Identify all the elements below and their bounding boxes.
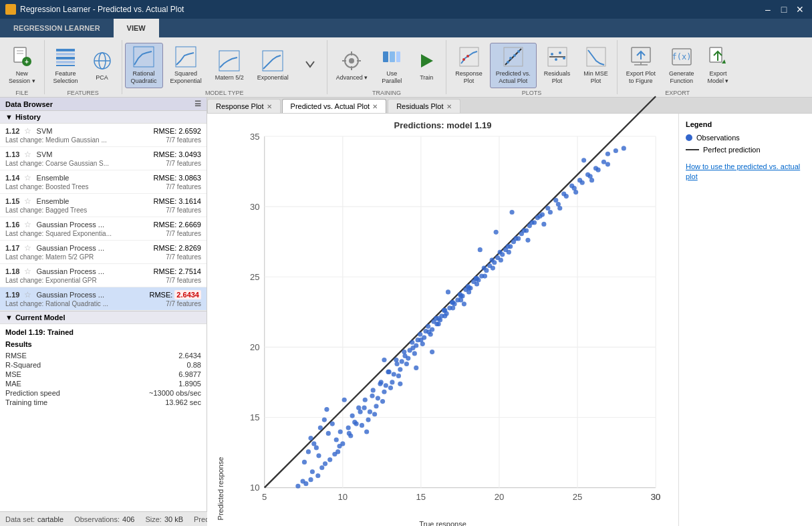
item-id: 1.18 [5,267,19,275]
advanced-button[interactable]: Advanced ▾ [330,43,374,88]
star-icon[interactable]: ☆ [24,220,31,229]
close-residuals-tab[interactable]: ✕ [446,103,452,110]
history-item-1.17[interactable]: 1.17 ☆ Gaussian Process ... RMSE: 2.8269… [0,241,207,264]
svg-point-155 [442,308,447,313]
star-icon[interactable]: ☆ [24,196,31,206]
item-type: Gaussian Process ... [37,221,105,229]
file-section-label: FILE [3,88,41,98]
svg-point-202 [478,247,483,252]
history-item-1.14[interactable]: 1.14 ☆ Ensemble RMSE: 3.0863 Last change… [0,170,207,194]
history-collapse-icon[interactable]: ▼ [5,113,13,121]
residuals-plot-button[interactable]: ResidualsPlot [538,43,577,88]
content-area: Response Plot ✕ Predicted vs. Actual Plo… [207,98,812,511]
history-item-1.19[interactable]: 1.19 ☆ Gaussian Process ... RMSE: 2.6434… [0,287,207,311]
squared-exponential-icon [175,46,196,68]
history-item-1.13[interactable]: 1.13 ☆ SVM RMSE: 3.0493 Last change: Coa… [0,147,207,170]
svg-point-33 [509,57,512,59]
close-predicted-actual-tab[interactable]: ✕ [372,103,378,110]
close-button[interactable]: ✕ [793,3,807,16]
svg-point-249 [605,162,610,166]
history-item-1.16[interactable]: 1.16 ☆ Gaussian Process ... RMSE: 2.6669… [0,217,207,241]
svg-point-113 [398,367,402,372]
dropdown-arrow-icon [299,53,321,75]
exponential-button[interactable]: Exponential [251,43,295,88]
svg-point-41 [563,57,565,59]
svg-point-206 [605,152,610,156]
svg-point-119 [364,429,369,434]
squared-exponential-button[interactable]: SquaredExponential [164,43,208,88]
current-model-section: ▼ Current Model Model 1.19: Trained Resu… [0,311,207,411]
export-plot-button[interactable]: Export Plotto Figure [620,43,662,88]
star-icon[interactable]: ☆ [24,126,31,136]
tab-regression-learner[interactable]: REGRESSION LEARNER [0,19,114,37]
scatter-plot-svg: 5 10 15 20 25 30 10 15 20 25 30 [225,136,672,520]
history-item-1.12[interactable]: 1.12 ☆ SVM RMSE: 2.6592 Last change: Med… [0,124,207,147]
history-item-1.15[interactable]: 1.15 ☆ Ensemble RMSE: 3.1614 Last change… [0,194,207,217]
data-browser-header: Data Browser ☰ [0,98,207,111]
history-row1: 1.13 ☆ SVM RMSE: 3.0493 [5,150,201,159]
pca-button[interactable]: PCA [86,43,119,88]
matern52-button[interactable]: Matern 5/2 [209,43,250,88]
export-model-button[interactable]: ExportModel ▾ [701,43,734,88]
svg-point-178 [500,252,505,257]
item-id: 1.13 [5,150,19,158]
more-models-button[interactable] [296,43,324,88]
svg-point-125 [412,351,417,356]
svg-point-172 [511,239,516,244]
train-button[interactable]: Train [410,43,443,88]
predicted-actual-button[interactable]: Predicted vs.Actual Plot [490,43,537,88]
history-row1: 1.19 ☆ Gaussian Process ... RMSE: 2.6434 [5,290,201,299]
svg-marker-26 [421,54,433,68]
star-icon[interactable]: ☆ [24,173,31,182]
star-icon[interactable]: ☆ [24,290,31,299]
results-container: RMSE2.6434R-Squared0.88MSE6.9877MAE1.890… [5,351,201,407]
tab-view[interactable]: VIEW [114,19,159,37]
item-type: SVM [37,127,53,135]
use-parallel-button[interactable]: UseParallel [375,43,408,88]
toolbar-section-plots: ResponsePlot Predicted vs.Actual Plot [446,40,618,94]
feature-selection-button[interactable]: FeatureSelection [47,43,84,88]
response-plot-button[interactable]: ResponsePlot [449,43,489,88]
svg-point-176 [484,268,489,273]
star-icon[interactable]: ☆ [24,243,31,253]
maximize-button[interactable]: □ [777,3,791,16]
tab-predicted-actual[interactable]: Predicted vs. Actual Plot ✕ [282,99,387,113]
history-row2: Last change: Exponential GPR 7/7 feature… [5,277,201,284]
svg-rect-42 [587,47,605,66]
svg-point-159 [475,276,479,281]
feature-selection-label: FeatureSelection [53,70,78,85]
svg-point-242 [430,350,434,354]
history-rmse: RMSE: 2.8269 [153,244,201,252]
svg-text:30: 30 [651,492,661,502]
svg-point-122 [388,386,393,390]
svg-point-199 [494,230,499,235]
tab-residuals-plot[interactable]: Residuals Plot ✕ [388,99,460,113]
svg-point-226 [402,354,407,358]
star-icon[interactable]: ☆ [24,150,31,159]
min-mse-plot-button[interactable]: Min MSEPlot [577,43,614,88]
svg-rect-23 [383,51,388,62]
generate-function-button[interactable]: f(x) GenerateFunction [663,43,700,88]
star-icon[interactable]: ☆ [24,267,31,276]
item-features: 7/7 features [166,207,201,214]
close-response-plot-tab[interactable]: ✕ [267,103,272,110]
result-val: 13.962 sec [165,398,201,406]
tab-response-plot[interactable]: Response Plot ✕ [207,99,281,113]
item-type: Ensemble [37,197,70,205]
new-session-button[interactable]: + NewSession ▾ [3,43,41,88]
svg-point-194 [564,194,569,199]
result-key: R-Squared [5,361,41,369]
history-rmse: RMSE: 3.0863 [153,174,201,182]
response-plot-label: ResponsePlot [455,70,483,85]
legend-help-link[interactable]: How to use the predicted vs. actual plot [686,162,805,182]
svg-point-196 [580,180,585,185]
svg-point-81 [306,449,311,454]
minimize-button[interactable]: – [761,3,775,16]
history-item-1.18[interactable]: 1.18 ☆ Gaussian Process ... RMSE: 2.7514… [0,264,207,287]
current-model-collapse-icon[interactable]: ▼ [5,313,13,321]
result-key: Prediction speed [5,389,60,397]
rational-quadratic-button[interactable]: RationalQuadratic [125,43,163,88]
svg-point-198 [596,168,601,172]
svg-point-229 [426,330,431,334]
data-browser-menu-icon[interactable]: ☰ [194,100,201,108]
